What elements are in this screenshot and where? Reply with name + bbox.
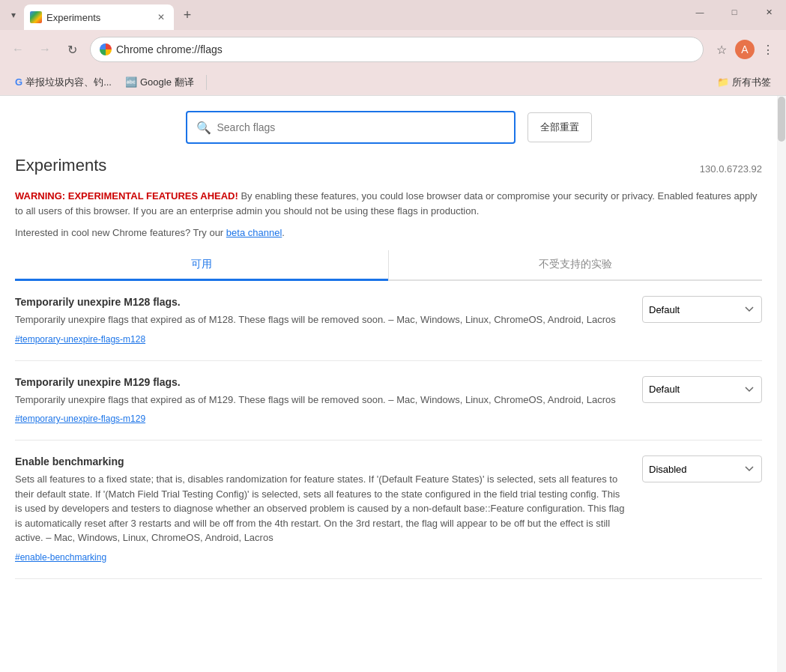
tab-strip: ▾ Experiments ✕ + [0,0,198,30]
beta-channel-link[interactable]: beta channel [226,227,282,238]
folder-label: 所有书签 [732,76,771,89]
flag-link-1[interactable]: #temporary-unexpire-flags-m129 [15,414,145,424]
close-button[interactable]: ✕ [752,0,786,24]
page-title: Experiments [15,156,106,175]
reset-all-button[interactable]: 全部重置 [527,112,592,142]
flag-content-2: Enable benchmarking Sets all features to… [15,455,627,563]
flag-control-1: Default Enabled Disabled [642,376,762,403]
search-box: 🔍 [186,111,516,144]
beta-channel-section: Interested in cool new Chrome features? … [15,227,762,238]
flag-select-0[interactable]: Default Enabled Disabled [642,296,762,323]
flag-title-2: Enable benchmarking [15,455,627,467]
google-bookmark-label: 举报垃圾内容、钓... [25,76,112,89]
url-text: chrome://flags [157,43,223,55]
all-bookmarks-button[interactable]: 📁 所有书签 [711,73,777,92]
flag-content-1: Temporarily unexpire M129 flags. Tempora… [15,376,627,426]
minimize-button[interactable]: — [683,0,717,24]
overflow-icon: ▾ [11,10,16,20]
bookmarks-bar: G 举报垃圾内容、钓... 🔤 Google 翻译 📁 所有书签 [0,69,786,96]
page-content: 🔍 全部重置 Experiments 130.0.6723.92 WARNING… [0,96,786,672]
flag-select-1[interactable]: Default Enabled Disabled [642,376,762,403]
menu-icon: ⋮ [762,43,774,57]
new-tab-icon: + [184,7,192,23]
back-button[interactable]: ← [6,37,30,61]
bookmarks-separator [206,75,207,90]
new-tab-button[interactable]: + [177,4,198,25]
flags-list: Temporarily unexpire M128 flags. Tempora… [15,281,762,579]
translate-icon: 🔤 [125,76,137,88]
search-section: 🔍 全部重置 [15,96,762,156]
bookmark-icon: ☆ [716,43,727,57]
flag-desc-2: Sets all features to a fixed state; that… [15,472,627,545]
search-input[interactable] [217,121,505,133]
title-row: Experiments 130.0.6723.92 [15,156,762,181]
flag-desc-0: Temporarily unexpire flags that expired … [15,312,627,327]
navbar: ← → ↻ Chrome chrome://flags ☆ A ⋮ [0,30,786,69]
forward-button[interactable]: → [33,37,57,61]
active-tab[interactable]: Experiments ✕ [24,4,174,30]
titlebar: ▾ Experiments ✕ + — □ ✕ [0,0,786,30]
flag-control-0: Default Enabled Disabled [642,296,762,323]
version-text: 130.0.6723.92 [700,163,762,175]
forward-icon: → [39,43,51,56]
site-icon [100,43,112,55]
tab-overflow-button[interactable]: ▾ [6,4,21,25]
flag-title-1: Temporarily unexpire M129 flags. [15,376,627,388]
flag-item-2: Enable benchmarking Sets all features to… [15,441,762,579]
scrollbar-thumb[interactable] [778,97,785,142]
reload-button[interactable]: ↻ [60,37,84,61]
flag-link-2[interactable]: #enable-benchmarking [15,552,106,563]
address-bar[interactable]: Chrome chrome://flags [90,37,704,62]
flag-control-2: Default Enabled Disabled [642,455,762,482]
flag-select-2[interactable]: Default Enabled Disabled [642,455,762,482]
maximize-button[interactable]: □ [717,0,752,24]
profile-letter: A [741,43,748,55]
menu-button[interactable]: ⋮ [756,37,780,61]
tab-favicon [30,11,42,23]
profile-button[interactable]: A [735,40,755,59]
back-icon: ← [12,43,24,56]
translate-label: Google 翻译 [140,76,194,89]
warning-label: WARNING: EXPERIMENTAL FEATURES AHEAD! [15,190,238,202]
flag-item-0: Temporarily unexpire M128 flags. Tempora… [15,281,762,361]
cool-text-suffix: . [282,227,285,238]
flags-page: 🔍 全部重置 Experiments 130.0.6723.92 WARNING… [0,96,786,672]
flag-content-0: Temporarily unexpire M128 flags. Tempora… [15,296,627,345]
cool-text-prefix: Interested in cool new Chrome features? … [15,227,226,238]
chrome-label: Chrome [116,43,154,55]
tabs-row: 可用 不受支持的实验 [15,250,762,281]
flag-desc-1: Temporarily unexpire flags that expired … [15,393,627,408]
search-icon: 🔍 [196,121,211,135]
bookmark-button[interactable]: ☆ [710,37,734,61]
flag-link-0[interactable]: #temporary-unexpire-flags-m128 [15,334,145,345]
folder-icon: 📁 [717,76,729,88]
nav-right-controls: ☆ A ⋮ [710,37,780,61]
tab-close-button[interactable]: ✕ [154,10,168,24]
warning-section: WARNING: EXPERIMENTAL FEATURES AHEAD! By… [15,189,762,218]
scrollbar[interactable] [777,96,786,672]
tab-available[interactable]: 可用 [15,250,388,281]
tab-title-text: Experiments [46,12,151,23]
flag-title-0: Temporarily unexpire M128 flags. [15,296,627,308]
window-controls: — □ ✕ [683,0,786,24]
tab-unsupported[interactable]: 不受支持的实验 [389,250,762,281]
bookmark-item-translate[interactable]: 🔤 Google 翻译 [119,73,200,92]
google-bookmark-icon: G [15,76,22,88]
bookmark-item-google[interactable]: G 举报垃圾内容、钓... [9,73,118,92]
reload-icon: ↻ [67,43,77,57]
flag-item-1: Temporarily unexpire M129 flags. Tempora… [15,361,762,441]
